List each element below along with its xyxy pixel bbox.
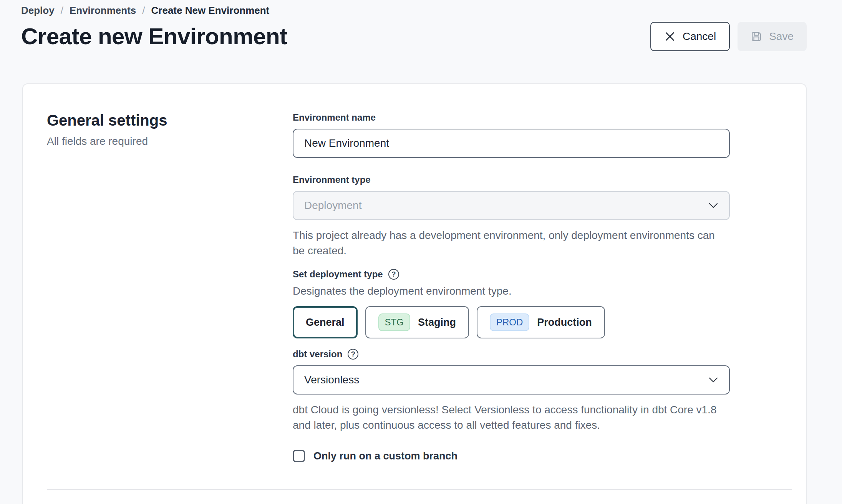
save-disk-icon — [751, 31, 762, 42]
dbt-version-label-row: dbt version ? — [293, 348, 730, 360]
deployment-option-general[interactable]: General — [293, 306, 358, 338]
staging-badge: STG — [378, 313, 410, 331]
cancel-button[interactable]: Cancel — [650, 22, 730, 51]
dbt-version-field: dbt version ? Versionless dbt Cloud is g… — [293, 348, 730, 433]
breadcrumb-separator: / — [142, 5, 145, 17]
section-divider — [47, 489, 792, 490]
save-button-label: Save — [769, 30, 794, 43]
dbt-version-select[interactable]: Versionless — [293, 365, 730, 395]
deployment-type-help-text: Designates the deployment environment ty… — [293, 284, 730, 298]
environment-type-field: Environment type Deployment This project… — [293, 174, 730, 259]
top-header: Deploy / Environments / Create New Envir… — [0, 0, 842, 51]
deployment-option-staging[interactable]: STG Staging — [365, 306, 469, 338]
settings-card: General settings All fields are required… — [22, 83, 807, 504]
dbt-version-value: Versionless — [304, 374, 359, 386]
section-heading: General settings — [47, 112, 293, 129]
environment-name-field: Environment name — [293, 112, 730, 158]
environment-type-value: Deployment — [304, 199, 361, 212]
deployment-type-options: General STG Staging PROD Production — [293, 306, 730, 338]
dbt-version-help-text: dbt Cloud is going versionless! Select V… — [293, 402, 723, 433]
production-badge: PROD — [490, 313, 529, 331]
deployment-type-label: Set deployment type — [293, 269, 383, 280]
breadcrumb-environments[interactable]: Environments — [70, 5, 136, 17]
deployment-option-general-label: General — [306, 317, 345, 328]
breadcrumb-current-page: Create New Environment — [151, 5, 270, 17]
environment-type-label: Environment type — [293, 174, 730, 186]
deployment-option-production[interactable]: PROD Production — [477, 306, 605, 338]
breadcrumb-deploy[interactable]: Deploy — [21, 5, 55, 17]
help-icon[interactable]: ? — [348, 349, 358, 360]
environment-type-select[interactable]: Deployment — [293, 191, 730, 220]
environment-name-label: Environment name — [293, 112, 730, 123]
dbt-version-label: dbt version — [293, 348, 342, 360]
page-title: Create new Environment — [21, 22, 287, 51]
help-icon[interactable]: ? — [388, 269, 399, 280]
custom-branch-row: Only run on a custom branch — [293, 450, 730, 462]
chevron-down-icon — [708, 202, 718, 209]
save-button[interactable]: Save — [738, 22, 807, 51]
environment-form: Environment name Environment type Deploy… — [293, 112, 730, 462]
environment-name-input[interactable] — [293, 129, 730, 158]
header-actions: Cancel Save — [650, 22, 807, 51]
custom-branch-checkbox[interactable] — [293, 450, 305, 462]
deployment-type-label-row: Set deployment type ? — [293, 269, 730, 280]
general-settings-column: General settings All fields are required — [47, 112, 293, 462]
cancel-button-label: Cancel — [683, 30, 716, 43]
deployment-option-production-label: Production — [537, 317, 592, 328]
deployment-type-field: Set deployment type ? Designates the dep… — [293, 269, 730, 338]
breadcrumb: Deploy / Environments / Create New Envir… — [21, 5, 807, 17]
chevron-down-icon — [708, 377, 718, 383]
breadcrumb-separator: / — [61, 5, 63, 17]
section-subheading: All fields are required — [47, 135, 293, 148]
deployment-option-staging-label: Staging — [418, 317, 456, 328]
custom-branch-label[interactable]: Only run on a custom branch — [313, 450, 457, 462]
environment-type-help-text: This project already has a development e… — [293, 228, 723, 259]
close-icon — [664, 31, 676, 42]
